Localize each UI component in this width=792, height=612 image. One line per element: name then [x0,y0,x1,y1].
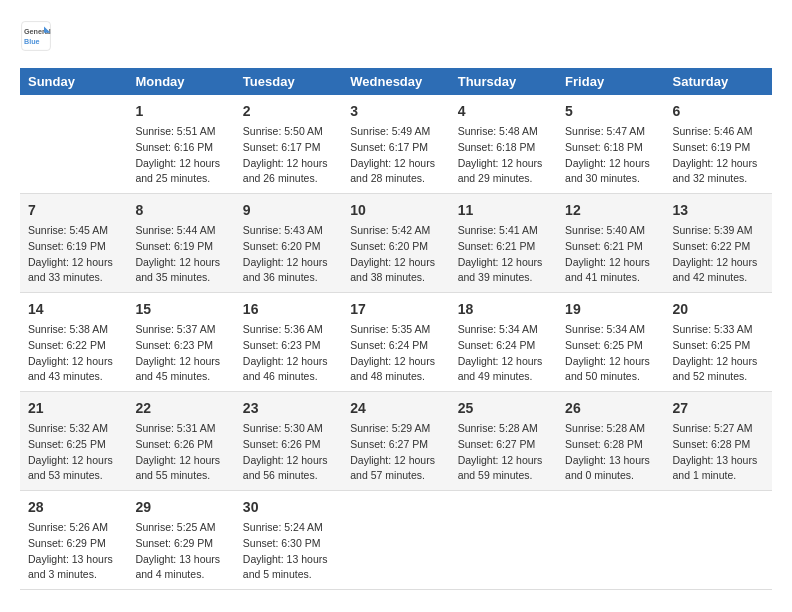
calendar-cell: 30Sunrise: 5:24 AM Sunset: 6:30 PM Dayli… [235,491,342,590]
day-number: 17 [350,299,441,320]
calendar-table: SundayMondayTuesdayWednesdayThursdayFrid… [20,68,772,590]
calendar-cell: 27Sunrise: 5:27 AM Sunset: 6:28 PM Dayli… [665,392,772,491]
day-info: Sunrise: 5:28 AM Sunset: 6:28 PM Dayligh… [565,421,656,484]
calendar-cell: 23Sunrise: 5:30 AM Sunset: 6:26 PM Dayli… [235,392,342,491]
day-info: Sunrise: 5:36 AM Sunset: 6:23 PM Dayligh… [243,322,334,385]
column-header-wednesday: Wednesday [342,68,449,95]
day-info: Sunrise: 5:24 AM Sunset: 6:30 PM Dayligh… [243,520,334,583]
day-number: 11 [458,200,549,221]
calendar-cell: 3Sunrise: 5:49 AM Sunset: 6:17 PM Daylig… [342,95,449,194]
day-number: 16 [243,299,334,320]
day-info: Sunrise: 5:26 AM Sunset: 6:29 PM Dayligh… [28,520,119,583]
column-header-friday: Friday [557,68,664,95]
column-header-thursday: Thursday [450,68,557,95]
calendar-cell [665,491,772,590]
day-number: 8 [135,200,226,221]
calendar-cell: 12Sunrise: 5:40 AM Sunset: 6:21 PM Dayli… [557,194,664,293]
day-info: Sunrise: 5:51 AM Sunset: 6:16 PM Dayligh… [135,124,226,187]
day-number: 4 [458,101,549,122]
day-info: Sunrise: 5:44 AM Sunset: 6:19 PM Dayligh… [135,223,226,286]
day-number: 24 [350,398,441,419]
header-row: SundayMondayTuesdayWednesdayThursdayFrid… [20,68,772,95]
calendar-cell: 14Sunrise: 5:38 AM Sunset: 6:22 PM Dayli… [20,293,127,392]
week-row-2: 7Sunrise: 5:45 AM Sunset: 6:19 PM Daylig… [20,194,772,293]
day-info: Sunrise: 5:46 AM Sunset: 6:19 PM Dayligh… [673,124,764,187]
day-number: 6 [673,101,764,122]
week-row-3: 14Sunrise: 5:38 AM Sunset: 6:22 PM Dayli… [20,293,772,392]
day-number: 1 [135,101,226,122]
day-number: 29 [135,497,226,518]
day-number: 14 [28,299,119,320]
day-info: Sunrise: 5:45 AM Sunset: 6:19 PM Dayligh… [28,223,119,286]
calendar-cell: 21Sunrise: 5:32 AM Sunset: 6:25 PM Dayli… [20,392,127,491]
day-number: 3 [350,101,441,122]
day-number: 12 [565,200,656,221]
calendar-cell: 20Sunrise: 5:33 AM Sunset: 6:25 PM Dayli… [665,293,772,392]
day-info: Sunrise: 5:33 AM Sunset: 6:25 PM Dayligh… [673,322,764,385]
calendar-cell: 2Sunrise: 5:50 AM Sunset: 6:17 PM Daylig… [235,95,342,194]
day-info: Sunrise: 5:43 AM Sunset: 6:20 PM Dayligh… [243,223,334,286]
day-info: Sunrise: 5:49 AM Sunset: 6:17 PM Dayligh… [350,124,441,187]
calendar-cell: 17Sunrise: 5:35 AM Sunset: 6:24 PM Dayli… [342,293,449,392]
calendar-cell [20,95,127,194]
day-info: Sunrise: 5:50 AM Sunset: 6:17 PM Dayligh… [243,124,334,187]
logo-icon: General Blue [20,20,52,52]
day-info: Sunrise: 5:29 AM Sunset: 6:27 PM Dayligh… [350,421,441,484]
calendar-cell: 7Sunrise: 5:45 AM Sunset: 6:19 PM Daylig… [20,194,127,293]
day-number: 28 [28,497,119,518]
day-number: 30 [243,497,334,518]
calendar-cell: 24Sunrise: 5:29 AM Sunset: 6:27 PM Dayli… [342,392,449,491]
day-number: 13 [673,200,764,221]
column-header-monday: Monday [127,68,234,95]
calendar-cell: 9Sunrise: 5:43 AM Sunset: 6:20 PM Daylig… [235,194,342,293]
day-info: Sunrise: 5:40 AM Sunset: 6:21 PM Dayligh… [565,223,656,286]
column-header-saturday: Saturday [665,68,772,95]
calendar-cell [450,491,557,590]
calendar-body: 1Sunrise: 5:51 AM Sunset: 6:16 PM Daylig… [20,95,772,590]
column-header-sunday: Sunday [20,68,127,95]
day-info: Sunrise: 5:30 AM Sunset: 6:26 PM Dayligh… [243,421,334,484]
calendar-cell: 5Sunrise: 5:47 AM Sunset: 6:18 PM Daylig… [557,95,664,194]
column-header-tuesday: Tuesday [235,68,342,95]
day-info: Sunrise: 5:28 AM Sunset: 6:27 PM Dayligh… [458,421,549,484]
calendar-cell: 19Sunrise: 5:34 AM Sunset: 6:25 PM Dayli… [557,293,664,392]
calendar-cell: 11Sunrise: 5:41 AM Sunset: 6:21 PM Dayli… [450,194,557,293]
day-number: 27 [673,398,764,419]
page-header: General Blue [20,20,772,52]
day-number: 10 [350,200,441,221]
calendar-cell: 4Sunrise: 5:48 AM Sunset: 6:18 PM Daylig… [450,95,557,194]
day-info: Sunrise: 5:42 AM Sunset: 6:20 PM Dayligh… [350,223,441,286]
calendar-cell: 16Sunrise: 5:36 AM Sunset: 6:23 PM Dayli… [235,293,342,392]
day-number: 19 [565,299,656,320]
day-number: 15 [135,299,226,320]
calendar-cell [342,491,449,590]
day-number: 2 [243,101,334,122]
day-info: Sunrise: 5:35 AM Sunset: 6:24 PM Dayligh… [350,322,441,385]
day-number: 18 [458,299,549,320]
day-info: Sunrise: 5:31 AM Sunset: 6:26 PM Dayligh… [135,421,226,484]
calendar-cell: 29Sunrise: 5:25 AM Sunset: 6:29 PM Dayli… [127,491,234,590]
day-number: 5 [565,101,656,122]
day-number: 23 [243,398,334,419]
day-number: 25 [458,398,549,419]
calendar-header: SundayMondayTuesdayWednesdayThursdayFrid… [20,68,772,95]
day-info: Sunrise: 5:41 AM Sunset: 6:21 PM Dayligh… [458,223,549,286]
calendar-cell: 10Sunrise: 5:42 AM Sunset: 6:20 PM Dayli… [342,194,449,293]
calendar-cell: 25Sunrise: 5:28 AM Sunset: 6:27 PM Dayli… [450,392,557,491]
calendar-cell: 1Sunrise: 5:51 AM Sunset: 6:16 PM Daylig… [127,95,234,194]
day-number: 9 [243,200,334,221]
calendar-cell: 8Sunrise: 5:44 AM Sunset: 6:19 PM Daylig… [127,194,234,293]
day-number: 21 [28,398,119,419]
day-info: Sunrise: 5:25 AM Sunset: 6:29 PM Dayligh… [135,520,226,583]
day-number: 26 [565,398,656,419]
week-row-1: 1Sunrise: 5:51 AM Sunset: 6:16 PM Daylig… [20,95,772,194]
day-info: Sunrise: 5:34 AM Sunset: 6:24 PM Dayligh… [458,322,549,385]
logo: General Blue [20,20,52,52]
calendar-cell: 6Sunrise: 5:46 AM Sunset: 6:19 PM Daylig… [665,95,772,194]
day-info: Sunrise: 5:48 AM Sunset: 6:18 PM Dayligh… [458,124,549,187]
day-number: 22 [135,398,226,419]
calendar-cell: 26Sunrise: 5:28 AM Sunset: 6:28 PM Dayli… [557,392,664,491]
calendar-cell [557,491,664,590]
day-info: Sunrise: 5:39 AM Sunset: 6:22 PM Dayligh… [673,223,764,286]
day-info: Sunrise: 5:47 AM Sunset: 6:18 PM Dayligh… [565,124,656,187]
